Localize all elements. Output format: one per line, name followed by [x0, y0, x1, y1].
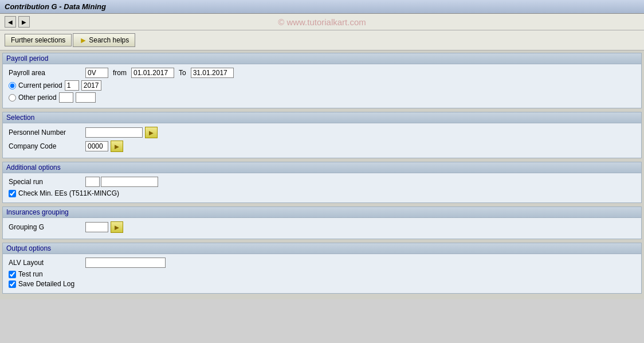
- from-label: from: [113, 69, 127, 77]
- company-code-row: Company Code ►: [9, 141, 635, 152]
- other-period-num-input[interactable]: [59, 92, 73, 103]
- alv-layout-label: ALV Layout: [9, 259, 83, 267]
- save-detailed-log-label: Save Detailed Log: [18, 280, 74, 288]
- company-code-nav-btn[interactable]: ►: [111, 141, 123, 152]
- payroll-period-header: Payroll period: [3, 53, 641, 64]
- insurances-grouping-section: Insurances grouping Grouping G ►: [2, 206, 642, 239]
- app-title: Contribution G - Data Mining: [5, 2, 106, 11]
- title-bar: Contribution G - Data Mining: [0, 0, 644, 14]
- other-period-year-input[interactable]: [76, 92, 96, 103]
- special-run-input2[interactable]: [101, 177, 158, 187]
- forward-icon[interactable]: ▶: [18, 16, 30, 28]
- further-selections-label: Further selections: [11, 36, 65, 44]
- additional-options-section: Additional options Special run Check Min…: [2, 162, 642, 203]
- special-run-row: Special run: [9, 177, 635, 187]
- back-icon[interactable]: ◀: [5, 16, 16, 28]
- current-period-radio[interactable]: [9, 82, 16, 89]
- grouping-g-row: Grouping G ►: [9, 221, 635, 233]
- main-content: Payroll period Payroll area from To Curr…: [0, 50, 644, 299]
- check-min-ees-row: Check Min. EEs (T511K-MINCG): [9, 189, 635, 197]
- search-helps-label: Search helps: [89, 36, 129, 44]
- insurances-grouping-header: Insurances grouping: [3, 207, 641, 218]
- save-detailed-log-checkbox[interactable]: [9, 280, 16, 288]
- payroll-period-section: Payroll period Payroll area from To Curr…: [2, 53, 642, 108]
- selection-header: Selection: [3, 112, 641, 123]
- personnel-number-row: Personnel Number ►: [9, 127, 635, 138]
- payroll-area-row: Payroll area from To: [9, 68, 635, 78]
- company-code-input[interactable]: [85, 141, 108, 151]
- search-helps-arrow-icon: ►: [79, 36, 87, 45]
- current-period-row: Current period: [9, 80, 635, 91]
- save-detailed-log-row: Save Detailed Log: [9, 280, 635, 288]
- to-label: To: [179, 69, 186, 77]
- test-run-label: Test run: [18, 270, 43, 278]
- check-min-ees-label: Check Min. EEs (T511K-MINCG): [18, 189, 119, 197]
- test-run-checkbox[interactable]: [9, 271, 16, 278]
- other-period-label: Other period: [18, 93, 57, 102]
- grouping-g-nav-btn[interactable]: ►: [111, 221, 123, 233]
- payroll-area-label: Payroll area: [9, 69, 83, 77]
- test-run-row: Test run: [9, 270, 635, 278]
- special-run-input1[interactable]: [85, 177, 100, 187]
- check-min-ees-checkbox[interactable]: [9, 190, 16, 197]
- alv-layout-input[interactable]: [85, 258, 166, 268]
- personnel-number-nav-btn[interactable]: ►: [145, 127, 158, 138]
- grouping-g-input[interactable]: [85, 222, 108, 232]
- watermark: © www.tutorialkart.com: [278, 17, 366, 27]
- further-selections-button[interactable]: Further selections: [5, 34, 72, 46]
- current-period-label: Current period: [18, 81, 62, 89]
- from-date-input[interactable]: [131, 68, 174, 78]
- personnel-number-label: Personnel Number: [9, 128, 83, 137]
- grouping-g-label: Grouping G: [9, 223, 83, 231]
- alv-layout-row: ALV Layout: [9, 258, 635, 268]
- special-run-label: Special run: [9, 178, 83, 186]
- toolbar: ◀ ▶ © www.tutorialkart.com: [0, 14, 644, 30]
- button-bar: Further selections ► Search helps: [0, 30, 644, 50]
- additional-options-header: Additional options: [3, 162, 641, 173]
- company-code-label: Company Code: [9, 142, 83, 150]
- current-period-year-input[interactable]: [81, 80, 101, 91]
- other-period-row: Other period: [9, 92, 635, 103]
- selection-section: Selection Personnel Number ► Company Cod…: [2, 112, 642, 158]
- output-options-header: Output options: [3, 243, 641, 254]
- other-period-radio[interactable]: [9, 94, 16, 102]
- output-options-section: Output options ALV Layout Test run Save …: [2, 243, 642, 294]
- to-date-input[interactable]: [191, 68, 234, 78]
- personnel-number-input[interactable]: [85, 127, 143, 138]
- current-period-num-input[interactable]: [65, 80, 79, 91]
- payroll-area-input[interactable]: [85, 68, 108, 78]
- search-helps-button[interactable]: ► Search helps: [73, 33, 135, 47]
